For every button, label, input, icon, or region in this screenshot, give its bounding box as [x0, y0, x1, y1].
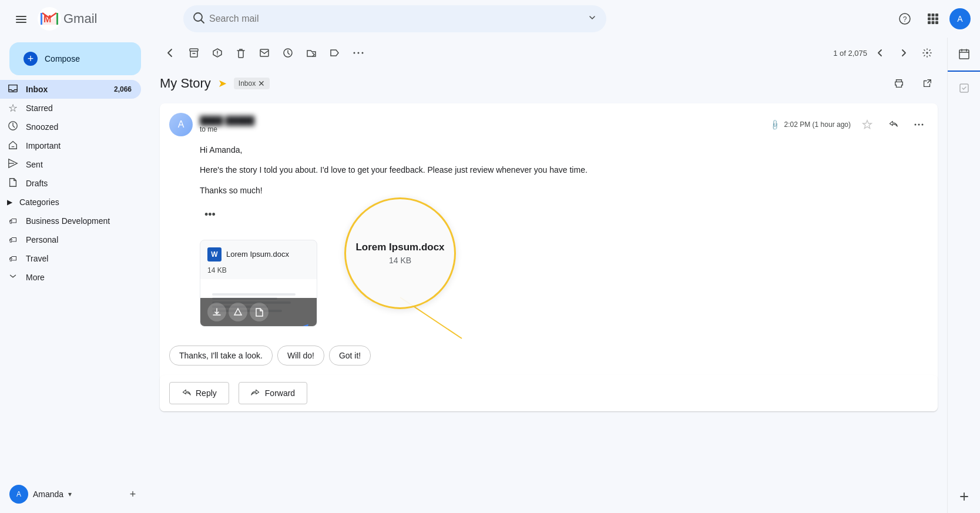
attachment-filesize: 14 KB	[200, 266, 317, 279]
content-area: 1 of 2,075 My Story ➤ Inbox ✕	[150, 38, 947, 513]
sidebar-item-starred[interactable]: ☆ Starred	[0, 99, 141, 118]
topbar-right: ? A	[893, 7, 971, 31]
search-input[interactable]	[209, 14, 583, 24]
move-to-button[interactable]	[301, 42, 322, 63]
sidebar-item-drafts[interactable]: Drafts	[0, 174, 141, 193]
svg-rect-15	[932, 21, 935, 24]
sidebar-item-personal[interactable]: 🏷 Personal	[0, 230, 141, 249]
help-button[interactable]: ?	[893, 7, 917, 31]
thanks-text: Thanks so much!	[200, 184, 928, 197]
more-options-button[interactable]	[348, 42, 369, 63]
svg-rect-10	[935, 14, 938, 16]
prev-email-button[interactable]	[870, 42, 891, 63]
attachment-tooltip-circle: Lorem Ipsum.docx 14 KB	[344, 197, 456, 309]
reply-forward-area: Reply Forward	[160, 375, 938, 411]
sidebar-item-snoozed[interactable]: Snoozed	[0, 118, 141, 136]
svg-rect-21	[260, 49, 269, 56]
categories-header[interactable]: ▶ Categories	[0, 193, 141, 212]
attachment-indicator-icon: 📎	[769, 119, 781, 131]
apps-button[interactable]	[921, 7, 945, 31]
sidebar-item-more[interactable]: More	[0, 268, 141, 287]
svg-rect-9	[932, 14, 935, 16]
svg-rect-1	[16, 19, 26, 20]
star-button[interactable]	[858, 115, 877, 134]
attachment-card: W Lorem Ipsum.docx 14 KB	[200, 240, 317, 327]
forward-button[interactable]: Forward	[239, 382, 307, 404]
mark-unread-button[interactable]	[254, 42, 275, 63]
message-time: 📎 2:02 PM (1 hour ago)	[771, 120, 851, 129]
email-view: My Story ➤ Inbox ✕ A	[150, 68, 947, 513]
inbox-tag-close-icon[interactable]: ✕	[258, 79, 265, 88]
svg-rect-14	[928, 21, 931, 24]
message-body: Hi Amanda, Here's the story I told you a…	[160, 143, 938, 240]
user-avatar-button[interactable]: A	[949, 8, 971, 29]
more-label: More	[26, 273, 132, 282]
svg-text:M: M	[43, 14, 51, 24]
svg-text:?: ?	[903, 15, 907, 24]
forward-arrow-icon: ➤	[218, 77, 227, 90]
message-expand-dots[interactable]: •••	[200, 204, 220, 226]
message-timestamp: 2:02 PM (1 hour ago)	[784, 120, 851, 129]
sender-name: ████ █████	[200, 116, 764, 125]
sidebar-item-business-dev[interactable]: 🏷 Business Development	[0, 212, 141, 230]
sidebar-item-travel[interactable]: 🏷 Travel	[0, 249, 141, 268]
labels-button[interactable]	[324, 42, 345, 63]
starred-icon: ☆	[7, 102, 19, 115]
message-more-options-button[interactable]	[909, 115, 928, 134]
reply-button[interactable]: Reply	[169, 382, 229, 404]
report-spam-button[interactable]	[207, 42, 228, 63]
svg-rect-16	[935, 21, 938, 24]
smart-reply-2[interactable]: Will do!	[277, 346, 324, 366]
user-chevron-icon: ▾	[68, 490, 72, 498]
search-dropdown-icon[interactable]	[588, 13, 597, 25]
settings-button[interactable]	[917, 42, 938, 63]
inbox-tag: Inbox ✕	[234, 78, 270, 89]
snooze-button[interactable]	[277, 42, 298, 63]
back-button[interactable]	[160, 42, 181, 63]
svg-rect-13	[935, 18, 938, 21]
right-panel	[947, 38, 980, 513]
hamburger-icon	[16, 12, 26, 26]
travel-icon: 🏷	[7, 254, 19, 263]
sidebar-item-sent[interactable]: Sent	[0, 155, 141, 174]
open-with-docs-button[interactable]	[250, 303, 269, 321]
quick-reply-button[interactable]	[884, 115, 902, 134]
svg-line-5	[202, 21, 204, 24]
svg-rect-18	[190, 49, 198, 51]
next-email-button[interactable]	[893, 42, 914, 63]
svg-point-26	[926, 52, 928, 54]
tooltip-circle-filename: Lorem Ipsum.docx	[355, 242, 444, 253]
svg-point-25	[362, 52, 364, 54]
smart-reply-3[interactable]: Got it!	[329, 346, 371, 366]
preview-line-1	[212, 293, 296, 296]
print-button[interactable]	[888, 73, 909, 94]
sidebar-item-important[interactable]: Important	[0, 136, 141, 155]
smart-reply-1[interactable]: Thanks, I'll take a look.	[169, 346, 273, 366]
smart-replies: Thanks, I'll take a look. Will do! Got i…	[160, 336, 938, 375]
drafts-label: Drafts	[26, 179, 132, 188]
email-header: My Story ➤ Inbox ✕	[160, 68, 938, 103]
menu-button[interactable]	[9, 7, 33, 31]
business-dev-label: Business Development	[26, 216, 110, 226]
sent-label: Sent	[26, 160, 132, 169]
snoozed-label: Snoozed	[26, 122, 132, 132]
right-panel-add-button[interactable]	[952, 485, 976, 508]
save-to-drive-button[interactable]	[229, 303, 247, 321]
sidebar-item-inbox[interactable]: Inbox 2,066	[0, 80, 141, 99]
open-in-new-window-button[interactable]	[917, 73, 938, 94]
search-bar[interactable]	[183, 5, 606, 32]
body-text: Here's the story I told you about. I'd l…	[200, 163, 928, 176]
important-label: Important	[26, 141, 132, 150]
delete-button[interactable]	[230, 42, 251, 63]
download-attachment-button[interactable]	[207, 303, 226, 321]
categories-chevron-icon: ▶	[7, 198, 12, 206]
right-panel-tasks-button[interactable]	[952, 76, 976, 100]
right-panel-calendar-button[interactable]	[952, 42, 976, 66]
add-account-button[interactable]: +	[125, 486, 141, 502]
compose-plus-icon: +	[24, 52, 38, 66]
compose-button[interactable]: + Compose	[9, 42, 141, 75]
important-icon	[7, 139, 19, 153]
archive-button[interactable]	[183, 42, 204, 63]
svg-rect-31	[959, 50, 969, 59]
sent-icon	[7, 158, 19, 172]
